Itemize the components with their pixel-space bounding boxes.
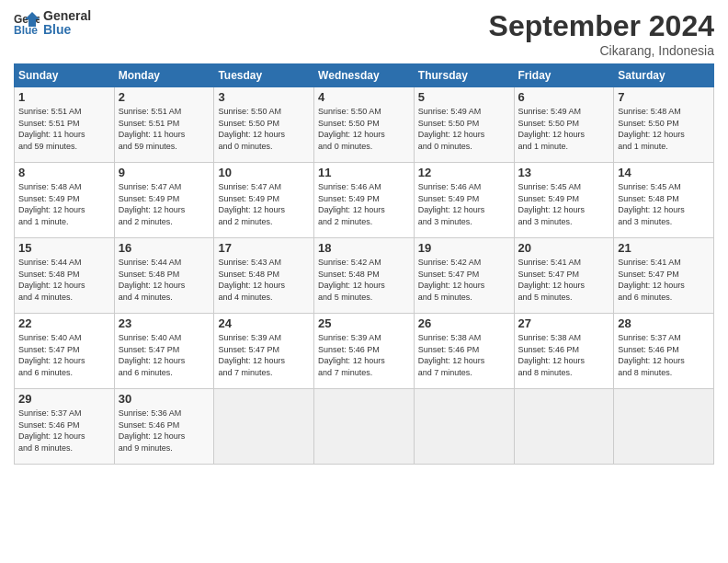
table-row: 7Sunrise: 5:48 AM Sunset: 5:50 PM Daylig… (614, 87, 714, 163)
day-info: Sunrise: 5:45 AM Sunset: 5:49 PM Dayligh… (518, 181, 610, 227)
day-info: Sunrise: 5:37 AM Sunset: 5:46 PM Dayligh… (618, 332, 710, 378)
table-row: 15Sunrise: 5:44 AM Sunset: 5:48 PM Dayli… (15, 238, 115, 314)
day-number: 18 (318, 241, 410, 255)
table-row: 29Sunrise: 5:37 AM Sunset: 5:46 PM Dayli… (15, 389, 115, 465)
day-number: 19 (418, 241, 510, 255)
day-info: Sunrise: 5:48 AM Sunset: 5:50 PM Dayligh… (618, 106, 710, 152)
col-friday: Friday (514, 64, 614, 87)
day-number: 29 (18, 392, 110, 406)
table-row: 22Sunrise: 5:40 AM Sunset: 5:47 PM Dayli… (15, 314, 115, 389)
table-row: 5Sunrise: 5:49 AM Sunset: 5:50 PM Daylig… (414, 87, 514, 163)
title-area: September 2024 Cikarang, Indonesia (489, 9, 714, 58)
day-info: Sunrise: 5:41 AM Sunset: 5:47 PM Dayligh… (518, 257, 610, 303)
day-info: Sunrise: 5:48 AM Sunset: 5:49 PM Dayligh… (18, 181, 110, 227)
table-row: 24Sunrise: 5:39 AM Sunset: 5:47 PM Dayli… (214, 314, 314, 389)
day-number: 27 (518, 316, 610, 330)
day-number: 17 (218, 241, 310, 255)
col-wednesday: Wednesday (314, 64, 415, 87)
day-info: Sunrise: 5:40 AM Sunset: 5:47 PM Dayligh… (18, 332, 110, 378)
table-row (514, 389, 614, 465)
day-info: Sunrise: 5:45 AM Sunset: 5:48 PM Dayligh… (618, 181, 710, 227)
day-info: Sunrise: 5:37 AM Sunset: 5:46 PM Dayligh… (18, 408, 110, 454)
table-row: 16Sunrise: 5:44 AM Sunset: 5:48 PM Dayli… (114, 238, 214, 314)
logo-blue: Blue (43, 23, 91, 37)
table-row: 2Sunrise: 5:51 AM Sunset: 5:51 PM Daylig… (114, 87, 214, 163)
day-number: 12 (418, 166, 510, 179)
table-row: 28Sunrise: 5:37 AM Sunset: 5:46 PM Dayli… (614, 314, 714, 389)
month-title: September 2024 (489, 9, 714, 43)
day-info: Sunrise: 5:39 AM Sunset: 5:46 PM Dayligh… (318, 332, 410, 378)
col-tuesday: Tuesday (214, 64, 314, 87)
table-row: 14Sunrise: 5:45 AM Sunset: 5:48 PM Dayli… (614, 163, 714, 238)
table-row: 3Sunrise: 5:50 AM Sunset: 5:50 PM Daylig… (214, 87, 314, 163)
table-row: 1Sunrise: 5:51 AM Sunset: 5:51 PM Daylig… (15, 87, 115, 163)
col-sunday: Sunday (15, 64, 115, 87)
header: General Blue General Blue September 2024… (14, 9, 714, 58)
table-row: 10Sunrise: 5:47 AM Sunset: 5:49 PM Dayli… (214, 163, 314, 238)
day-info: Sunrise: 5:41 AM Sunset: 5:47 PM Dayligh… (618, 257, 710, 303)
day-number: 26 (418, 316, 510, 330)
table-row (314, 389, 415, 465)
table-row: 18Sunrise: 5:42 AM Sunset: 5:48 PM Dayli… (314, 238, 415, 314)
table-row: 27Sunrise: 5:38 AM Sunset: 5:46 PM Dayli… (514, 314, 614, 389)
day-info: Sunrise: 5:47 AM Sunset: 5:49 PM Dayligh… (119, 181, 210, 227)
table-row: 23Sunrise: 5:40 AM Sunset: 5:47 PM Dayli… (114, 314, 214, 389)
day-number: 23 (119, 316, 210, 330)
header-row: Sunday Monday Tuesday Wednesday Thursday… (15, 64, 714, 87)
day-number: 16 (119, 241, 210, 255)
logo-icon: General Blue (14, 10, 40, 36)
day-info: Sunrise: 5:46 AM Sunset: 5:49 PM Dayligh… (418, 181, 510, 227)
day-info: Sunrise: 5:39 AM Sunset: 5:47 PM Dayligh… (218, 332, 310, 378)
day-info: Sunrise: 5:49 AM Sunset: 5:50 PM Dayligh… (518, 106, 610, 152)
calendar-table: Sunday Monday Tuesday Wednesday Thursday… (14, 63, 714, 465)
day-info: Sunrise: 5:42 AM Sunset: 5:48 PM Dayligh… (318, 257, 410, 303)
col-thursday: Thursday (414, 64, 514, 87)
table-row: 12Sunrise: 5:46 AM Sunset: 5:49 PM Dayli… (414, 163, 514, 238)
table-row: 4Sunrise: 5:50 AM Sunset: 5:50 PM Daylig… (314, 87, 415, 163)
day-number: 1 (18, 90, 110, 104)
table-row: 30Sunrise: 5:36 AM Sunset: 5:46 PM Dayli… (114, 389, 214, 465)
day-number: 5 (418, 90, 510, 104)
day-info: Sunrise: 5:36 AM Sunset: 5:46 PM Dayligh… (119, 408, 210, 454)
day-info: Sunrise: 5:44 AM Sunset: 5:48 PM Dayligh… (18, 257, 110, 303)
day-number: 21 (618, 241, 710, 255)
table-row: 21Sunrise: 5:41 AM Sunset: 5:47 PM Dayli… (614, 238, 714, 314)
day-number: 25 (318, 316, 410, 330)
table-row: 19Sunrise: 5:42 AM Sunset: 5:47 PM Dayli… (414, 238, 514, 314)
table-row: 11Sunrise: 5:46 AM Sunset: 5:49 PM Dayli… (314, 163, 415, 238)
day-number: 10 (218, 166, 310, 179)
day-info: Sunrise: 5:38 AM Sunset: 5:46 PM Dayligh… (518, 332, 610, 378)
day-number: 2 (119, 90, 210, 104)
day-number: 22 (18, 316, 110, 330)
week-row-4: 22Sunrise: 5:40 AM Sunset: 5:47 PM Dayli… (15, 314, 714, 389)
logo: General Blue General Blue (14, 9, 91, 38)
day-info: Sunrise: 5:51 AM Sunset: 5:51 PM Dayligh… (119, 106, 210, 152)
logo-general: General (43, 9, 91, 23)
col-monday: Monday (114, 64, 214, 87)
table-row (614, 389, 714, 465)
day-info: Sunrise: 5:50 AM Sunset: 5:50 PM Dayligh… (318, 106, 410, 152)
day-info: Sunrise: 5:51 AM Sunset: 5:51 PM Dayligh… (18, 106, 110, 152)
day-number: 8 (18, 166, 110, 179)
day-number: 9 (119, 166, 210, 179)
day-number: 3 (218, 90, 310, 104)
col-saturday: Saturday (614, 64, 714, 87)
table-row (214, 389, 314, 465)
day-number: 20 (518, 241, 610, 255)
week-row-5: 29Sunrise: 5:37 AM Sunset: 5:46 PM Dayli… (15, 389, 714, 465)
table-row: 20Sunrise: 5:41 AM Sunset: 5:47 PM Dayli… (514, 238, 614, 314)
table-row: 25Sunrise: 5:39 AM Sunset: 5:46 PM Dayli… (314, 314, 415, 389)
day-number: 15 (18, 241, 110, 255)
day-number: 30 (119, 392, 210, 406)
table-row: 17Sunrise: 5:43 AM Sunset: 5:48 PM Dayli… (214, 238, 314, 314)
day-info: Sunrise: 5:47 AM Sunset: 5:49 PM Dayligh… (218, 181, 310, 227)
table-row: 26Sunrise: 5:38 AM Sunset: 5:46 PM Dayli… (414, 314, 514, 389)
day-info: Sunrise: 5:49 AM Sunset: 5:50 PM Dayligh… (418, 106, 510, 152)
table-row: 8Sunrise: 5:48 AM Sunset: 5:49 PM Daylig… (15, 163, 115, 238)
day-number: 24 (218, 316, 310, 330)
day-number: 6 (518, 90, 610, 104)
day-info: Sunrise: 5:43 AM Sunset: 5:48 PM Dayligh… (218, 257, 310, 303)
table-row: 6Sunrise: 5:49 AM Sunset: 5:50 PM Daylig… (514, 87, 614, 163)
week-row-3: 15Sunrise: 5:44 AM Sunset: 5:48 PM Dayli… (15, 238, 714, 314)
day-info: Sunrise: 5:42 AM Sunset: 5:47 PM Dayligh… (418, 257, 510, 303)
